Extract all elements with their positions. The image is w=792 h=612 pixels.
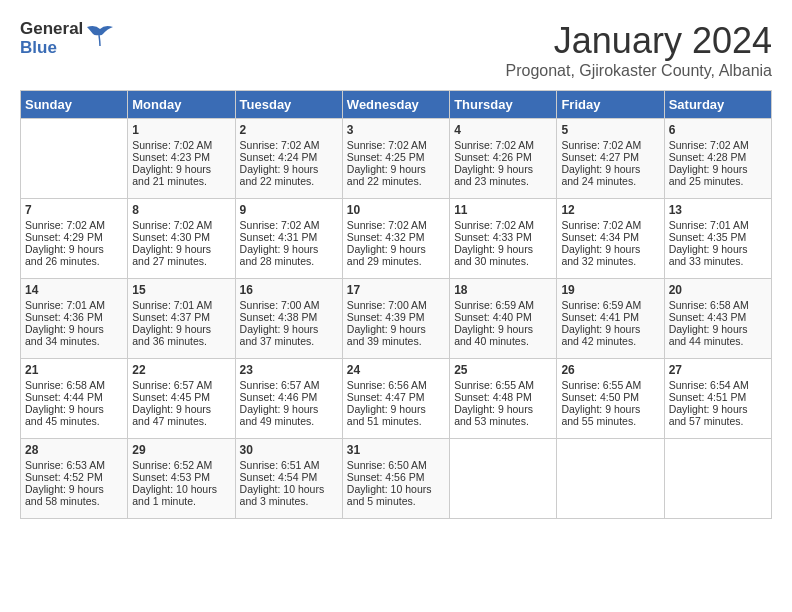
day-number: 10 xyxy=(347,203,445,217)
calendar-cell: 23 Sunrise: 6:57 AM Sunset: 4:46 PM Dayl… xyxy=(235,359,342,439)
sunset-text: Sunset: 4:52 PM xyxy=(25,471,103,483)
day-number: 6 xyxy=(669,123,767,137)
sunrise-text: Sunrise: 6:54 AM xyxy=(669,379,749,391)
day-number: 15 xyxy=(132,283,230,297)
calendar-cell: 17 Sunrise: 7:00 AM Sunset: 4:39 PM Dayl… xyxy=(342,279,449,359)
sunset-text: Sunset: 4:45 PM xyxy=(132,391,210,403)
calendar-cell: 13 Sunrise: 7:01 AM Sunset: 4:35 PM Dayl… xyxy=(664,199,771,279)
calendar-cell: 5 Sunrise: 7:02 AM Sunset: 4:27 PM Dayli… xyxy=(557,119,664,199)
calendar-cell: 24 Sunrise: 6:56 AM Sunset: 4:47 PM Dayl… xyxy=(342,359,449,439)
sunset-text: Sunset: 4:29 PM xyxy=(25,231,103,243)
calendar-cell: 8 Sunrise: 7:02 AM Sunset: 4:30 PM Dayli… xyxy=(128,199,235,279)
daylight-text: Daylight: 9 hours and 22 minutes. xyxy=(240,163,319,187)
daylight-text: Daylight: 9 hours and 39 minutes. xyxy=(347,323,426,347)
sunrise-text: Sunrise: 6:58 AM xyxy=(669,299,749,311)
daylight-text: Daylight: 9 hours and 32 minutes. xyxy=(561,243,640,267)
day-number: 1 xyxy=(132,123,230,137)
day-number: 25 xyxy=(454,363,552,377)
sunset-text: Sunset: 4:40 PM xyxy=(454,311,532,323)
sunrise-text: Sunrise: 6:52 AM xyxy=(132,459,212,471)
sunset-text: Sunset: 4:32 PM xyxy=(347,231,425,243)
day-number: 8 xyxy=(132,203,230,217)
day-header-tuesday: Tuesday xyxy=(235,91,342,119)
calendar-cell xyxy=(557,439,664,519)
day-header-thursday: Thursday xyxy=(450,91,557,119)
daylight-text: Daylight: 9 hours and 51 minutes. xyxy=(347,403,426,427)
daylight-text: Daylight: 9 hours and 34 minutes. xyxy=(25,323,104,347)
sunrise-text: Sunrise: 7:02 AM xyxy=(132,219,212,231)
sunrise-text: Sunrise: 7:02 AM xyxy=(347,219,427,231)
daylight-text: Daylight: 9 hours and 44 minutes. xyxy=(669,323,748,347)
sunrise-text: Sunrise: 7:02 AM xyxy=(561,219,641,231)
sunrise-text: Sunrise: 6:50 AM xyxy=(347,459,427,471)
sunrise-text: Sunrise: 6:53 AM xyxy=(25,459,105,471)
sunrise-text: Sunrise: 7:02 AM xyxy=(347,139,427,151)
sunrise-text: Sunrise: 7:02 AM xyxy=(454,219,534,231)
sunset-text: Sunset: 4:26 PM xyxy=(454,151,532,163)
calendar-cell xyxy=(21,119,128,199)
sunset-text: Sunset: 4:27 PM xyxy=(561,151,639,163)
sunset-text: Sunset: 4:23 PM xyxy=(132,151,210,163)
sunrise-text: Sunrise: 7:01 AM xyxy=(132,299,212,311)
calendar-cell xyxy=(450,439,557,519)
sunrise-text: Sunrise: 7:02 AM xyxy=(561,139,641,151)
day-header-friday: Friday xyxy=(557,91,664,119)
calendar-table: SundayMondayTuesdayWednesdayThursdayFrid… xyxy=(20,90,772,519)
sunset-text: Sunset: 4:44 PM xyxy=(25,391,103,403)
sunrise-text: Sunrise: 6:57 AM xyxy=(240,379,320,391)
day-number: 9 xyxy=(240,203,338,217)
day-header-sunday: Sunday xyxy=(21,91,128,119)
sunset-text: Sunset: 4:37 PM xyxy=(132,311,210,323)
sunrise-text: Sunrise: 6:58 AM xyxy=(25,379,105,391)
daylight-text: Daylight: 9 hours and 37 minutes. xyxy=(240,323,319,347)
daylight-text: Daylight: 9 hours and 33 minutes. xyxy=(669,243,748,267)
daylight-text: Daylight: 9 hours and 55 minutes. xyxy=(561,403,640,427)
sunrise-text: Sunrise: 6:55 AM xyxy=(454,379,534,391)
calendar-cell: 22 Sunrise: 6:57 AM Sunset: 4:45 PM Dayl… xyxy=(128,359,235,439)
calendar-cell xyxy=(664,439,771,519)
day-number: 22 xyxy=(132,363,230,377)
daylight-text: Daylight: 9 hours and 57 minutes. xyxy=(669,403,748,427)
day-number: 13 xyxy=(669,203,767,217)
calendar-cell: 27 Sunrise: 6:54 AM Sunset: 4:51 PM Dayl… xyxy=(664,359,771,439)
sunset-text: Sunset: 4:28 PM xyxy=(669,151,747,163)
calendar-cell: 21 Sunrise: 6:58 AM Sunset: 4:44 PM Dayl… xyxy=(21,359,128,439)
sunrise-text: Sunrise: 7:01 AM xyxy=(669,219,749,231)
sunset-text: Sunset: 4:50 PM xyxy=(561,391,639,403)
day-header-monday: Monday xyxy=(128,91,235,119)
calendar-cell: 2 Sunrise: 7:02 AM Sunset: 4:24 PM Dayli… xyxy=(235,119,342,199)
sunset-text: Sunset: 4:35 PM xyxy=(669,231,747,243)
calendar-cell: 18 Sunrise: 6:59 AM Sunset: 4:40 PM Dayl… xyxy=(450,279,557,359)
sunset-text: Sunset: 4:53 PM xyxy=(132,471,210,483)
sunset-text: Sunset: 4:31 PM xyxy=(240,231,318,243)
sunset-text: Sunset: 4:51 PM xyxy=(669,391,747,403)
calendar-cell: 20 Sunrise: 6:58 AM Sunset: 4:43 PM Dayl… xyxy=(664,279,771,359)
sunset-text: Sunset: 4:48 PM xyxy=(454,391,532,403)
calendar-cell: 30 Sunrise: 6:51 AM Sunset: 4:54 PM Dayl… xyxy=(235,439,342,519)
calendar-week-row: 14 Sunrise: 7:01 AM Sunset: 4:36 PM Dayl… xyxy=(21,279,772,359)
sunrise-text: Sunrise: 6:51 AM xyxy=(240,459,320,471)
daylight-text: Daylight: 9 hours and 24 minutes. xyxy=(561,163,640,187)
calendar-week-row: 1 Sunrise: 7:02 AM Sunset: 4:23 PM Dayli… xyxy=(21,119,772,199)
day-number: 28 xyxy=(25,443,123,457)
calendar-cell: 25 Sunrise: 6:55 AM Sunset: 4:48 PM Dayl… xyxy=(450,359,557,439)
sunset-text: Sunset: 4:56 PM xyxy=(347,471,425,483)
sunset-text: Sunset: 4:54 PM xyxy=(240,471,318,483)
calendar-cell: 12 Sunrise: 7:02 AM Sunset: 4:34 PM Dayl… xyxy=(557,199,664,279)
sunrise-text: Sunrise: 7:01 AM xyxy=(25,299,105,311)
calendar-cell: 3 Sunrise: 7:02 AM Sunset: 4:25 PM Dayli… xyxy=(342,119,449,199)
day-number: 24 xyxy=(347,363,445,377)
sunset-text: Sunset: 4:30 PM xyxy=(132,231,210,243)
calendar-cell: 15 Sunrise: 7:01 AM Sunset: 4:37 PM Dayl… xyxy=(128,279,235,359)
sunset-text: Sunset: 4:25 PM xyxy=(347,151,425,163)
calendar-header-row: SundayMondayTuesdayWednesdayThursdayFrid… xyxy=(21,91,772,119)
day-number: 18 xyxy=(454,283,552,297)
sunset-text: Sunset: 4:39 PM xyxy=(347,311,425,323)
daylight-text: Daylight: 9 hours and 53 minutes. xyxy=(454,403,533,427)
sunrise-text: Sunrise: 6:57 AM xyxy=(132,379,212,391)
calendar-cell: 6 Sunrise: 7:02 AM Sunset: 4:28 PM Dayli… xyxy=(664,119,771,199)
daylight-text: Daylight: 9 hours and 27 minutes. xyxy=(132,243,211,267)
daylight-text: Daylight: 9 hours and 42 minutes. xyxy=(561,323,640,347)
day-number: 11 xyxy=(454,203,552,217)
calendar-cell: 16 Sunrise: 7:00 AM Sunset: 4:38 PM Dayl… xyxy=(235,279,342,359)
